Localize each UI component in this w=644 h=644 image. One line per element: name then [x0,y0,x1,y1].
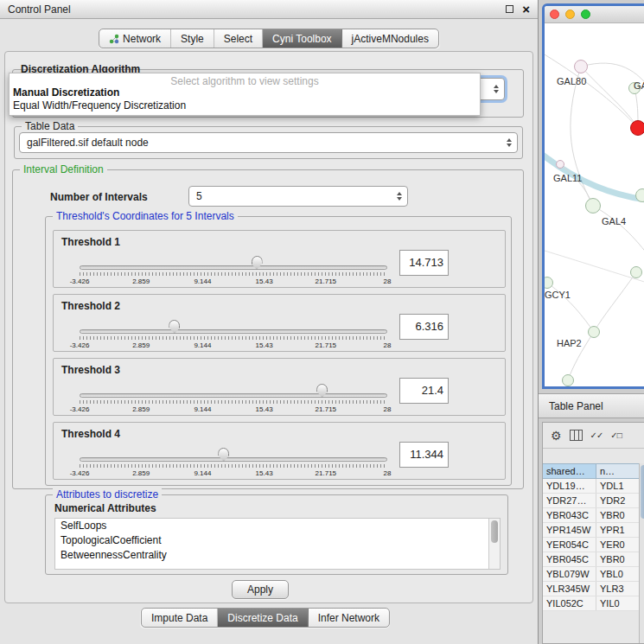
table-cell: YBL0 [596,567,639,581]
network-icon [109,34,119,44]
dropdown-placeholder-option[interactable]: Select algorithm to view settings [10,73,480,86]
select-columns-icon[interactable]: ✓□ [610,430,621,440]
threshold-value-field[interactable]: 21.4 [399,378,449,404]
tab-infer-network[interactable]: Infer Network [309,609,389,627]
scrollbar-thumb[interactable] [641,465,644,519]
network-node[interactable] [556,160,564,169]
combo-arrows-icon [397,192,402,201]
right-panel: GAL80GAGAL11GAL4GCY1HAP2 Table Panel ⚙ ✓… [539,0,644,644]
minimize-traffic-icon[interactable] [565,10,575,19]
table-data-label: Table Data [22,120,78,132]
tab-label: Network [123,33,161,45]
columns-icon[interactable] [570,430,583,441]
dropdown-option-manual-discretization[interactable]: Manual Discretization [10,86,480,99]
tab-style[interactable]: Style [171,29,214,48]
tab-discretize-data[interactable]: Discretize Data [218,609,308,627]
apply-button[interactable]: Apply [232,580,289,599]
tick-label: 2.859 [132,341,150,349]
float-icon[interactable] [506,5,513,13]
algorithm-dropdown-popup: Select algorithm to view settings Manual… [9,73,481,116]
threshold-block: Threshold 4 11.344 -3.4262.8599.14415.43… [53,422,506,480]
slider-track[interactable] [80,329,387,334]
network-node[interactable] [585,198,601,214]
network-node[interactable] [635,188,644,202]
tab-cyni-toolbox[interactable]: Cyni Toolbox [263,29,341,48]
column-header-name[interactable]: n… [596,464,639,478]
list-item[interactable]: BetweennessCentrality [55,548,500,563]
threshold-block: Threshold 3 21.4 -3.4262.8599.14415.4321… [53,358,506,416]
network-node[interactable] [630,120,644,136]
table-row[interactable]: YLR345WYLR3 [543,582,639,596]
tab-select[interactable]: Select [214,29,263,48]
tab-label: Discretize Data [227,612,297,624]
threshold-value-field[interactable]: 14.713 [399,250,449,276]
table-data-select[interactable]: galFiltered.sif default node [19,132,518,153]
select-all-columns-icon[interactable]: ✓✓ [590,430,603,440]
table-row[interactable]: YDL19…YDL1 [543,479,639,494]
list-item[interactable]: SelfLoops [55,519,500,533]
network-canvas[interactable]: GAL80GAGAL11GAL4GCY1HAP2 [545,23,644,389]
slider-tick-labels: -3.4262.8599.14415.4321.71528 [80,405,387,414]
tab-network[interactable]: Network [99,29,171,48]
table-row[interactable]: YER054CYER0 [543,538,639,552]
threshold-value-field[interactable]: 6.316 [399,314,449,340]
threshold-label: Threshold 3 [61,364,120,376]
table-row[interactable]: YBL079WYBL0 [543,567,639,582]
threshold-block: Threshold 1 14.713 -3.4262.8599.14415.43… [53,230,506,288]
network-node[interactable] [562,374,574,386]
table-panel-header[interactable]: Table Panel [539,393,644,418]
close-traffic-icon[interactable] [550,10,559,19]
number-of-intervals-value: 5 [196,190,202,202]
close-icon[interactable]: × [522,4,530,15]
tab-impute-data[interactable]: Impute Data [142,609,218,627]
slider-track[interactable] [80,457,387,462]
table-cell: YBL079W [543,567,596,581]
table-cell: YDL19… [543,479,596,493]
attributes-group-legend: Attributes to discretize [53,488,162,501]
tick-label: 28 [384,277,392,285]
number-of-intervals-select[interactable]: 5 [188,186,408,207]
table-panel-title: Table Panel [549,400,603,412]
slider-tick-labels: -3.4262.8599.14415.4321.71528 [80,469,387,478]
combo-arrows-icon [494,85,499,93]
table-rows: YDL19…YDL1YDR27…YDR2YBR043CYBR0YPR145WYP… [543,479,639,611]
network-view-window: GAL80GAGAL11GAL4GCY1HAP2 [542,3,644,389]
table-row[interactable]: YDR27…YDR2 [543,494,639,508]
threshold-value-field[interactable]: 11.344 [399,442,449,468]
table-row[interactable]: YIL052CYIL0 [543,596,639,611]
list-item[interactable]: TopologicalCoefficient [55,533,500,548]
table-scrollbar[interactable] [639,463,644,643]
panel-title: Control Panel [8,3,71,16]
column-header-shared-name[interactable]: shared… [543,464,596,478]
table-row[interactable]: YBR043CYBR0 [543,508,639,523]
tick-label: 28 [384,341,392,349]
table-cell: YPR1 [596,523,639,537]
tab-label: Impute Data [151,612,207,624]
network-node[interactable] [630,266,642,278]
network-node[interactable] [588,326,600,338]
slider-track[interactable] [80,393,387,398]
node-label: GAL11 [553,173,582,183]
numerical-attributes-list[interactable]: SelfLoopsTopologicalCoefficientBetweenne… [54,518,501,570]
table-header-row: shared… n… [543,463,639,479]
slider-track[interactable] [80,265,387,270]
zoom-traffic-icon[interactable] [581,10,590,19]
table-cell: YIL052C [543,596,596,610]
network-window-titlebar [545,6,644,23]
table-cell: YER054C [543,538,596,552]
number-of-intervals-label: Number of Intervals [50,191,148,203]
gear-icon[interactable]: ⚙ [551,430,562,442]
table-row[interactable]: YPR145WYPR1 [543,523,639,538]
tab-jactivemnodules[interactable]: jActiveMNodules [342,29,438,48]
table-cell: YDL1 [596,479,639,493]
table-cell: YIL0 [596,596,639,610]
scrollbar-thumb[interactable] [491,520,498,543]
tick-label: 21.715 [316,277,336,285]
attributes-scrollbar[interactable] [488,519,500,569]
interval-definition-legend: Interval Definition [20,163,107,175]
network-node[interactable] [574,60,588,73]
tick-label: -3.426 [70,341,90,349]
attributes-group: Attributes to discretize Numerical Attri… [45,494,508,575]
dropdown-option-equal-width-frequency[interactable]: Equal Width/Frequency Discretization [10,99,480,112]
table-row[interactable]: YBR045CYBR0 [543,552,639,567]
